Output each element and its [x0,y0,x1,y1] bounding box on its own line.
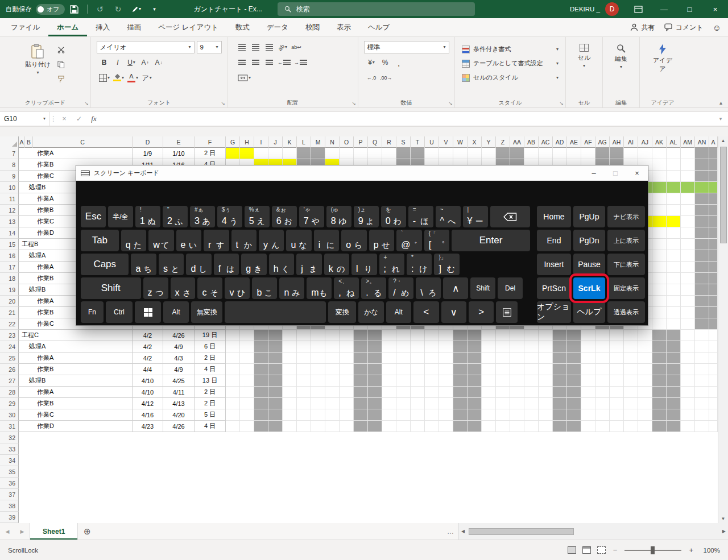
empty-cell[interactable] [19,443,718,455]
scroll-up-icon[interactable]: ▲ [721,136,726,145]
osk-minimize-button[interactable]: – [583,165,605,181]
key-Home[interactable]: Home [537,206,571,227]
end-cell[interactable]: 4/9 [163,364,195,375]
percent-style-button[interactable]: % [379,56,391,69]
gantt-cell[interactable] [709,273,718,284]
gantt-cell[interactable] [652,250,667,262]
gantt-cell[interactable] [240,387,254,398]
row-header-10[interactable]: 10 [0,182,19,193]
gantt-cell[interactable] [681,262,695,273]
gantt-cell[interactable] [553,352,567,364]
gantt-cell[interactable] [340,387,354,398]
col-header-AM[interactable]: AM [681,136,695,148]
gantt-cell[interactable] [667,421,681,432]
key-Alt[interactable]: Alt [386,301,411,323]
key-windows-icon[interactable] [135,301,162,323]
gantt-cell[interactable] [638,364,652,375]
gantt-cell[interactable] [681,352,695,364]
page-layout-view-button[interactable] [582,546,591,554]
key-,[interactable]: <、,ね [334,277,359,299]
gantt-cell[interactable] [510,148,524,159]
gantt-cell[interactable] [709,409,718,421]
gantt-cell[interactable] [595,387,610,398]
gantt-cell[interactable] [652,307,667,318]
col-header-H[interactable]: H [240,136,254,148]
gantt-cell[interactable] [681,307,695,318]
gantt-cell[interactable] [709,352,718,364]
gantt-cell[interactable] [652,193,667,205]
empty-cell[interactable] [19,500,718,512]
row-header-13[interactable]: 13 [0,216,19,227]
gantt-cell[interactable] [709,284,718,296]
close-button[interactable]: × [702,0,728,18]
gantt-cell[interactable] [667,398,681,409]
key-Tab[interactable]: Tab [81,230,119,251]
gantt-cell[interactable] [240,398,254,409]
gantt-cell[interactable] [482,387,496,398]
gantt-cell[interactable] [311,409,325,421]
row-header-25[interactable]: 25 [0,352,19,364]
gantt-cell[interactable] [382,387,396,398]
key->[interactable]: > [469,301,494,323]
col-header-W[interactable]: W [453,136,468,148]
key-5[interactable]: %ぇ5え [245,206,270,227]
gantt-cell[interactable] [524,352,539,364]
gantt-cell[interactable] [581,341,595,352]
cell-styles-button[interactable]: セルのスタイル▾ [457,70,563,85]
gantt-cell[interactable] [382,341,396,352]
start-cell[interactable]: 4/2 [133,341,163,352]
days-cell[interactable]: 19 日 [195,330,226,341]
ideas-button[interactable]: アイデア [648,41,677,76]
gantt-cell[interactable] [425,409,439,421]
gantt-cell[interactable] [539,375,553,387]
gantt-cell[interactable] [425,341,439,352]
gantt-cell[interactable] [268,148,283,159]
align-left-button[interactable] [235,56,248,69]
gantt-cell[interactable] [254,148,268,159]
days-cell[interactable]: 4 日 [195,364,226,375]
gantt-cell[interactable] [439,375,453,387]
gantt-cell[interactable] [539,421,553,432]
gantt-cell[interactable] [325,352,340,364]
gantt-cell[interactable] [709,250,718,262]
gantt-cell[interactable] [311,387,325,398]
gantt-cell[interactable] [396,421,411,432]
key-s[interactable]: sと [159,254,184,275]
gantt-cell[interactable] [524,387,539,398]
gantt-cell[interactable] [325,330,340,341]
gantt-cell[interactable] [681,205,695,216]
empty-cell[interactable] [19,455,718,466]
gantt-cell[interactable] [581,330,595,341]
key-∧[interactable]: ∧ [443,277,468,299]
gantt-cell[interactable] [624,375,638,387]
key-j[interactable]: jま [296,254,321,275]
gantt-cell[interactable] [652,262,667,273]
gantt-cell[interactable] [368,352,382,364]
key-b[interactable]: bこ [252,277,277,299]
gantt-cell[interactable] [439,330,453,341]
gantt-cell[interactable] [311,341,325,352]
gantt-cell[interactable] [283,364,297,375]
gantt-cell[interactable] [411,375,425,387]
gantt-cell[interactable] [283,421,297,432]
col-header-D[interactable]: D [133,136,163,148]
gantt-cell[interactable] [425,421,439,432]
gantt-cell[interactable] [695,307,709,318]
gantt-cell[interactable] [283,387,297,398]
gantt-cell[interactable] [652,330,667,341]
row-header-8[interactable]: 8 [0,159,19,171]
gantt-cell[interactable] [667,330,681,341]
row-header-21[interactable]: 21 [0,307,19,318]
gantt-cell[interactable] [652,239,667,250]
gantt-cell[interactable] [368,387,382,398]
search-box[interactable]: 検索 [278,2,475,16]
copy-button[interactable] [55,58,68,70]
col-header-R[interactable]: R [382,136,396,148]
gantt-cell[interactable] [439,364,453,375]
vertical-scrollbar[interactable]: ▲ ▼ [718,136,728,523]
alignment-dialog-launcher[interactable]: ↘ [351,101,356,106]
gantt-cell[interactable] [681,284,695,296]
gantt-cell[interactable] [567,387,581,398]
gantt-cell[interactable] [311,398,325,409]
end-cell[interactable]: 4/26 [163,421,195,432]
